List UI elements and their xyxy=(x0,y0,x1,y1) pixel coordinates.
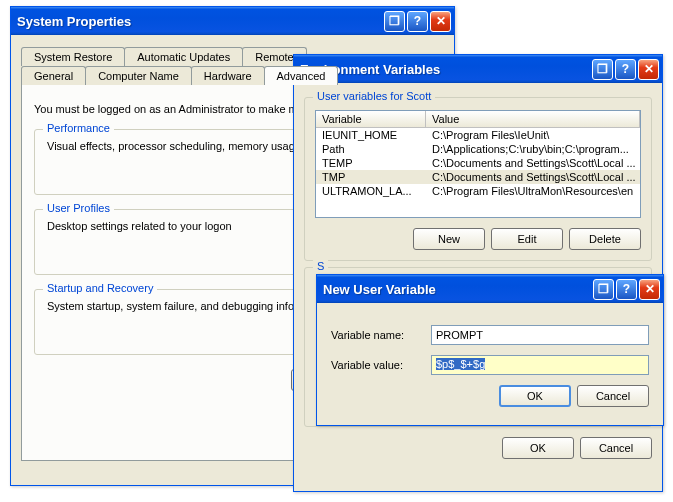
maximize-icon: ❐ xyxy=(597,62,608,76)
cancel-button[interactable]: Cancel xyxy=(577,385,649,407)
delete-button[interactable]: Delete xyxy=(569,228,641,250)
list-row-selected[interactable]: TMPC:\Documents and Settings\Scott\Local… xyxy=(316,170,640,184)
close-icon: ✕ xyxy=(645,282,655,296)
help-icon: ? xyxy=(622,62,629,76)
maximize-button[interactable]: ❐ xyxy=(384,11,405,32)
group-label-startup: Startup and Recovery xyxy=(43,282,157,294)
titlebar-sysprops[interactable]: System Properties ❐ ? ✕ xyxy=(11,7,454,35)
list-row[interactable]: IEUNIT_HOMEC:\Program Files\IeUnit\ xyxy=(316,128,640,142)
environment-variables-window: Environment Variables ❐ ? ✕ User variabl… xyxy=(293,54,663,492)
help-button[interactable]: ? xyxy=(616,279,637,300)
variable-value-label: Variable value: xyxy=(331,359,431,371)
new-button[interactable]: New xyxy=(413,228,485,250)
help-icon: ? xyxy=(414,14,421,28)
column-header-variable[interactable]: Variable xyxy=(316,111,426,127)
list-row[interactable]: PathD:\Applications;C:\ruby\bin;C:\progr… xyxy=(316,142,640,156)
tab-system-restore[interactable]: System Restore xyxy=(21,47,125,66)
variable-value-input[interactable]: $p$_$+$g xyxy=(431,355,649,375)
group-label-performance: Performance xyxy=(43,122,114,134)
new-user-variable-window: New User Variable ❐ ? ✕ Variable name: V… xyxy=(316,274,664,426)
group-label-user-vars: User variables for Scott xyxy=(313,90,435,102)
close-icon: ✕ xyxy=(436,14,446,28)
close-button[interactable]: ✕ xyxy=(639,279,660,300)
cancel-button[interactable]: Cancel xyxy=(580,437,652,459)
group-user-variables: User variables for Scott Variable Value … xyxy=(304,97,652,261)
help-button[interactable]: ? xyxy=(407,11,428,32)
maximize-button[interactable]: ❐ xyxy=(593,279,614,300)
window-title: New User Variable xyxy=(323,282,593,297)
close-button[interactable]: ✕ xyxy=(430,11,451,32)
edit-button[interactable]: Edit xyxy=(491,228,563,250)
list-row[interactable]: TEMPC:\Documents and Settings\Scott\Loca… xyxy=(316,156,640,170)
list-row[interactable]: ULTRAMON_LA...C:\Program Files\UltraMon\… xyxy=(316,184,640,198)
help-icon: ? xyxy=(623,282,630,296)
maximize-button[interactable]: ❐ xyxy=(592,59,613,80)
variable-name-label: Variable name: xyxy=(331,329,431,341)
close-button[interactable]: ✕ xyxy=(638,59,659,80)
tab-advanced[interactable]: Advanced xyxy=(264,66,339,85)
help-button[interactable]: ? xyxy=(615,59,636,80)
tab-general[interactable]: General xyxy=(21,66,86,85)
ok-button[interactable]: OK xyxy=(502,437,574,459)
variable-name-input[interactable] xyxy=(431,325,649,345)
tab-automatic-updates[interactable]: Automatic Updates xyxy=(124,47,243,66)
group-label-system-vars: S xyxy=(313,260,328,272)
group-label-profiles: User Profiles xyxy=(43,202,114,214)
column-header-value[interactable]: Value xyxy=(426,111,640,127)
window-title: System Properties xyxy=(17,14,384,29)
tab-computer-name[interactable]: Computer Name xyxy=(85,66,192,85)
ok-button[interactable]: OK xyxy=(499,385,571,407)
maximize-icon: ❐ xyxy=(598,282,609,296)
titlebar-envvars[interactable]: Environment Variables ❐ ? ✕ xyxy=(294,55,662,83)
maximize-icon: ❐ xyxy=(389,14,400,28)
close-icon: ✕ xyxy=(644,62,654,76)
tab-hardware[interactable]: Hardware xyxy=(191,66,265,85)
titlebar-newvar[interactable]: New User Variable ❐ ? ✕ xyxy=(317,275,663,303)
user-variables-list[interactable]: Variable Value IEUNIT_HOMEC:\Program Fil… xyxy=(315,110,641,218)
window-title: Environment Variables xyxy=(300,62,592,77)
